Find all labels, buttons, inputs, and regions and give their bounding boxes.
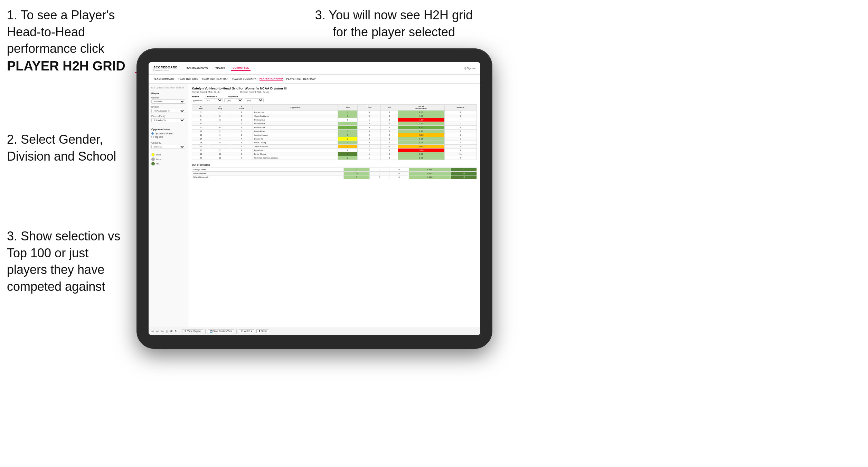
player-section-title: Player <box>151 92 185 95</box>
cell-conf: 1 <box>230 111 253 114</box>
opponents-select[interactable]: (All) <box>204 98 223 102</box>
cell-loss: 0 <box>358 130 381 133</box>
share-btn[interactable]: ⬆ Share <box>256 329 269 333</box>
subnav-player-summary[interactable]: PLAYER SUMMARY <box>232 77 256 81</box>
left-panel: Last Updated: 27/03/2024 16:55:38 Player… <box>149 84 188 327</box>
cell-opponent: Stella Cheng <box>253 141 338 145</box>
cell-opponent: Foreign Team <box>192 168 344 172</box>
cell-conf: 5 <box>230 130 253 133</box>
player-rank-select[interactable]: 8. Katelyn Vo <box>151 118 185 122</box>
colour-section: Colour by Win/loss Down Level <box>151 142 185 165</box>
sub-nav: TEAM SUMMARY TEAM H2H GRID TEAM H2H HEAT… <box>149 75 480 84</box>
nav-tournaments[interactable]: TOURNAMENTS <box>185 66 209 70</box>
legend-dot-down <box>151 153 155 156</box>
cell-loss: 1 <box>358 156 381 160</box>
cell-rounds: 7 <box>444 145 477 149</box>
cell-rounds: 9 <box>444 137 477 141</box>
right-panel: Katelyn Vo Head-to-Head Grid for Women's… <box>188 84 480 327</box>
cell-diff: -3.00 <box>398 133 444 137</box>
cell-rounds: 4 <box>444 126 477 130</box>
cell-div: 16 <box>192 145 210 149</box>
nav-sign-out[interactable]: i | Sign out <box>464 67 475 69</box>
paste-icon[interactable]: ⌘ <box>170 330 173 333</box>
header-win: Win <box>338 105 358 111</box>
cell-loss: 2 <box>358 145 381 149</box>
cell-rounds: 3 <box>444 130 477 133</box>
cell-opponent: Jessica Mason <box>253 145 338 149</box>
cell-reg: 11 <box>210 156 230 160</box>
cell-opponent: Emily Chang <box>253 152 338 156</box>
undo2-icon[interactable]: ↩ <box>156 330 159 333</box>
cell-conf: 5 <box>230 141 253 145</box>
cell-loss: 0 <box>358 114 381 118</box>
cell-diff: 1.33 <box>398 156 444 160</box>
cell-reg: 3 <box>210 118 230 122</box>
division-select[interactable]: NCAA Division III <box>151 109 185 113</box>
gender-select[interactable]: Women's <box>151 99 185 104</box>
cell-rounds <box>444 118 477 122</box>
table-row: 5 2 2 Alexis Sudjianto 1 0 0 4.00 3 <box>192 114 477 118</box>
opponent-select[interactable]: (All) <box>245 98 264 102</box>
view-original-btn[interactable]: 👁 View: Original <box>182 329 203 333</box>
cell-loss: 0 <box>370 172 389 175</box>
cell-conf: 2 <box>230 114 253 118</box>
filters-row: Region Conference Opponent Opponents: (A… <box>192 95 477 102</box>
cell-conf: 3 <box>230 118 253 122</box>
table-row: 9 1 4 Sharon Mun 1 0 0 3.67 3 <box>192 122 477 126</box>
subnav-player-h2h-grid[interactable]: PLAYER H2H GRID <box>260 77 283 81</box>
radio-opponents-played[interactable]: Opponents Played <box>151 132 185 135</box>
nav-committee[interactable]: COMMITTEE <box>231 66 251 71</box>
subnav-team-h2h-heatmap[interactable]: TEAM H2H HEATMAP <box>202 77 228 81</box>
header-reg: #Reg <box>210 105 230 111</box>
cell-tie: 0 <box>381 122 398 126</box>
cell-loss: 0 <box>370 168 389 172</box>
copy-icon[interactable]: ⎘ <box>166 330 168 333</box>
subnav-team-summary[interactable]: TEAM SUMMARY <box>153 77 174 81</box>
cell-tie: 0 <box>381 149 398 152</box>
cell-tie: 0 <box>381 118 398 122</box>
cell-div: 14 <box>192 137 210 141</box>
table-row: 13 1 1 Jessica Huang 1 0 0 -3.00 2 <box>192 133 477 137</box>
refresh-icon[interactable]: ↻ <box>175 330 178 333</box>
cell-reg: 1 <box>210 111 230 114</box>
cell-loss: 0 <box>358 133 381 137</box>
radio-top-100[interactable]: Top 100 <box>151 136 185 138</box>
redo-icon[interactable]: ↪ <box>161 330 164 333</box>
cell-opponent: Sydney Kuo <box>253 118 338 122</box>
cell-win: 1 <box>338 133 358 137</box>
toolbar-sep1 <box>180 329 180 334</box>
cell-rounds: 10 <box>451 175 477 179</box>
legend-dot-up <box>151 162 155 165</box>
cell-rounds: 4 <box>444 111 477 114</box>
table-row: NAIA Division 1 15 0 0 9.267 30 <box>192 172 477 175</box>
cell-div: 10 <box>192 126 210 130</box>
overall-record: Overall Record: 353 - 34 - 6 <box>192 91 219 93</box>
cell-reg: 6 <box>210 126 230 130</box>
cell-diff: 4.500 <box>409 168 451 172</box>
report-title: Katelyn Vo Head-to-Head Grid for Women's… <box>192 86 477 90</box>
colour-by-select[interactable]: Win/loss <box>151 145 185 149</box>
cell-reg: 2 <box>210 130 230 133</box>
conference-select[interactable]: (All) <box>224 98 243 102</box>
cell-reg: 8 <box>210 141 230 145</box>
watch-btn[interactable]: 👁 Watch ▾ <box>239 329 254 333</box>
nav-teams[interactable]: TEAMS <box>214 66 227 70</box>
subnav-team-h2h-grid[interactable]: TEAM H2H GRID <box>178 77 198 81</box>
cell-diff: 1.50 <box>398 111 444 114</box>
toolbar-sep2 <box>205 329 206 334</box>
cell-opponent: NAIA Division 1 <box>192 172 344 175</box>
division-record: Division Record: 331 - 34 - 6 <box>240 91 268 93</box>
cell-opponent: Eunice Yi <box>253 137 338 141</box>
cell-div: 19 <box>192 152 210 156</box>
opponents-label: Opponents: <box>192 99 202 102</box>
undo-icon[interactable]: ↩ <box>151 330 154 333</box>
out-of-division-table: Foreign Team 1 0 0 4.500 2 NAIA Division… <box>192 168 477 179</box>
save-custom-view-btn[interactable]: 💾 Save Custom View <box>208 329 234 333</box>
cell-diff: 9.267 <box>409 172 451 175</box>
opponent-view-section: Opponent view Opponents Played Top 100 <box>151 128 185 138</box>
subnav-player-h2h-heatmap[interactable]: PLAYER H2H HEATMAP <box>286 77 316 81</box>
cell-tie: 0 <box>381 152 398 156</box>
toolbar: ↩ ↩ ↪ ⎘ ⌘ ↻ 👁 View: Original 💾 Save Cust… <box>149 327 480 335</box>
opponents-filter: Region Conference Opponent Opponents: (A… <box>192 95 264 102</box>
cell-loss: 1 <box>358 152 381 156</box>
